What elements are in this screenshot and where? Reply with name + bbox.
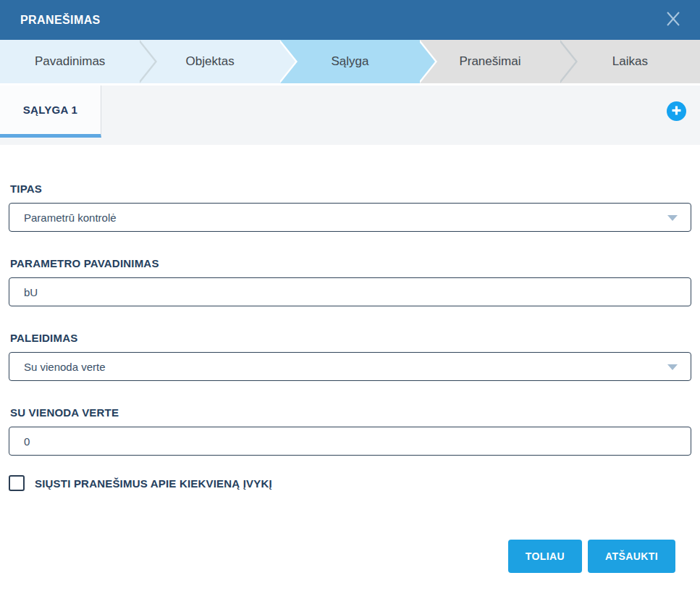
paleidimas-label: PALEIDIMAS <box>10 332 691 344</box>
cancel-button[interactable]: ATŠAUKTI <box>588 540 675 573</box>
field-parametro-pavadinimas: PARAMETRO PAVADINIMAS <box>9 257 691 306</box>
chevron-down-icon <box>667 364 678 370</box>
parametro-pavadinimas-input[interactable] <box>9 277 691 306</box>
close-button[interactable] <box>661 8 686 33</box>
wizard-step-label: Sąlyga <box>332 54 369 69</box>
chevron-down-icon <box>667 215 678 221</box>
paleidimas-select[interactable]: Su vienoda verte <box>9 352 691 381</box>
send-every-event-row: SIŲSTI PRANEŠIMUS APIE KIEKVIENĄ ĮVYKĮ <box>9 474 691 492</box>
su-vienoda-verte-input[interactable] <box>9 427 691 456</box>
wizard-step-label: Laikas <box>612 54 648 69</box>
wizard-step-label: Pranešimai <box>459 54 520 69</box>
field-paleidimas: PALEIDIMAS Su vienoda verte <box>9 332 691 381</box>
wizard-step-pranesimai[interactable]: Pranešimai <box>420 40 560 83</box>
wizard-step-pavadinimas[interactable]: Pavadinimas <box>0 40 140 83</box>
dialog-title: PRANEŠIMAS <box>20 14 661 27</box>
tab-salyga-1[interactable]: SĄLYGA 1 <box>0 85 101 138</box>
field-tipas: TIPAS Parametrū kontrolė <box>9 183 691 232</box>
tipas-label: TIPAS <box>10 183 691 195</box>
parametro-pavadinimas-label: PARAMETRO PAVADINIMAS <box>10 257 691 269</box>
paleidimas-selected-value: Su vienoda verte <box>24 361 106 373</box>
add-condition-button[interactable] <box>667 101 686 121</box>
field-su-vienoda-verte: SU VIENODA VERTE <box>9 406 691 456</box>
wizard-step-label: Objektas <box>186 54 235 69</box>
close-icon <box>664 9 683 30</box>
send-every-event-label: SIŲSTI PRANEŠIMUS APIE KIEKVIENĄ ĮVYKĮ <box>35 477 272 490</box>
wizard-step-objektas[interactable]: Objektas <box>140 40 279 83</box>
condition-form: TIPAS Parametrū kontrolė PARAMETRO PAVAD… <box>0 145 700 573</box>
dialog-footer: TOLIAU ATŠAUKTI <box>9 540 691 573</box>
next-button[interactable]: TOLIAU <box>508 540 582 573</box>
dialog-header: PRANEŠIMAS <box>0 0 700 40</box>
tipas-selected-value: Parametrū kontrolė <box>24 211 117 224</box>
wizard-step-laikas[interactable]: Laikas <box>560 40 700 83</box>
wizard-step-salyga[interactable]: Sąlyga <box>280 40 420 83</box>
send-every-event-checkbox[interactable] <box>9 475 25 491</box>
su-vienoda-verte-label: SU VIENODA VERTE <box>10 406 691 419</box>
notification-dialog: PRANEŠIMAS Pavadinimas Objektas Sąlyga P… <box>0 0 700 599</box>
plus-icon <box>671 105 682 118</box>
tipas-select[interactable]: Parametrū kontrolė <box>9 203 691 232</box>
wizard-step-label: Pavadinimas <box>35 54 105 69</box>
wizard-steps: Pavadinimas Objektas Sąlyga Pranešimai L… <box>0 40 700 83</box>
condition-tab-bar: SĄLYGA 1 <box>0 85 700 145</box>
